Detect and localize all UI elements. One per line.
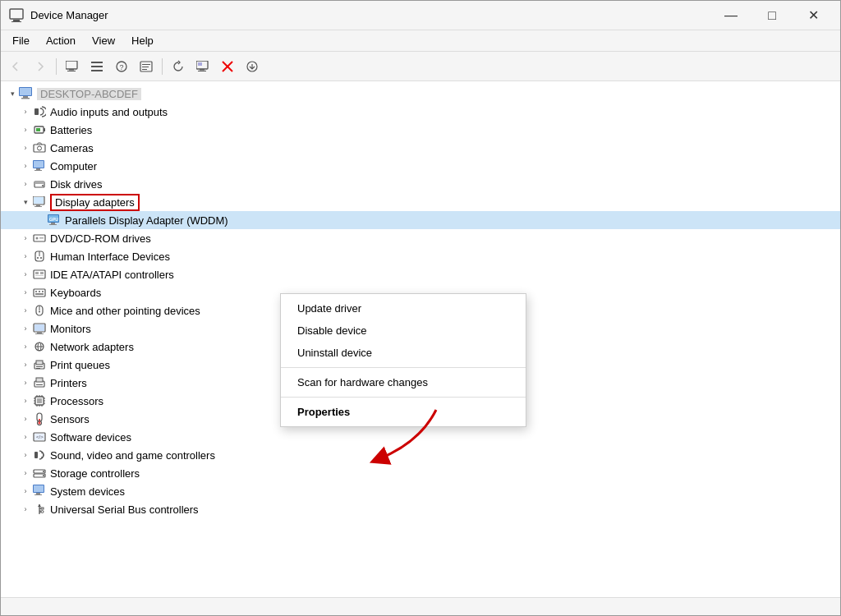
ctx-sep-2	[281, 397, 526, 398]
computer-expand: ›	[19, 159, 32, 172]
main-content: ▾ DESKTOP-ABCDEF › Audio inputs and outp…	[1, 81, 840, 597]
svg-text:?: ?	[120, 63, 124, 71]
sensors-icon	[32, 411, 47, 426]
close-button[interactable]: ✕	[794, 2, 832, 29]
displayadapters-expand: ▾	[19, 195, 32, 209]
system-label: System devices	[50, 485, 125, 498]
menu-file[interactable]: File	[4, 33, 38, 48]
tree-root[interactable]: ▾ DESKTOP-ABCDEF	[1, 85, 840, 103]
storage-label: Storage controllers	[50, 467, 140, 480]
ctx-uninstall-device[interactable]: Uninstall device	[281, 342, 526, 364]
tree-item-storage[interactable]: › Storage controllers	[1, 464, 840, 482]
svg-rect-2	[11, 21, 21, 22]
tree-item-audio[interactable]: › Audio inputs and outputs	[1, 103, 840, 121]
svg-rect-60	[35, 291, 37, 292]
printqueues-icon	[32, 357, 47, 372]
svg-rect-112	[41, 508, 44, 509]
svg-point-53	[37, 257, 39, 259]
status-bar	[1, 597, 840, 615]
back-button[interactable]	[4, 56, 27, 77]
keyboards-expand: ›	[19, 286, 32, 299]
svg-rect-5	[67, 71, 76, 71]
svg-rect-58	[35, 275, 44, 276]
system-icon	[32, 484, 47, 499]
tree-item-dvd[interactable]: › DVD/CD-ROM drives	[1, 229, 840, 247]
tree-item-batteries[interactable]: › Batteries	[1, 121, 840, 139]
ctx-scan-hardware[interactable]: Scan for hardware changes	[281, 371, 526, 393]
svg-rect-110	[34, 494, 42, 495]
tree-item-ide[interactable]: › IDE ATA/ATAPI controllers	[1, 265, 840, 283]
mice-icon	[32, 303, 47, 318]
usb-label: Universal Serial Bus controllers	[50, 503, 199, 516]
computer-button[interactable]	[61, 56, 84, 77]
displayadapters-icon	[32, 195, 47, 209]
svg-rect-0	[10, 9, 23, 19]
svg-point-106	[43, 475, 44, 476]
list-button[interactable]	[85, 56, 108, 77]
context-menu: Update driver Disable device Uninstall d…	[280, 293, 526, 427]
ctx-disable-device[interactable]: Disable device	[281, 319, 526, 342]
tree-item-diskdrives[interactable]: › Disk drives	[1, 175, 840, 193]
mice-expand: ›	[19, 304, 32, 317]
minimize-button[interactable]: —	[712, 2, 750, 29]
printers-label: Printers	[50, 377, 87, 389]
forward-button[interactable]	[29, 56, 52, 77]
printqueues-label: Print queues	[50, 359, 110, 371]
tree-item-parallels[interactable]: GPU Parallels Display Adapter (WDDM)	[1, 211, 840, 229]
diskdrives-icon	[32, 177, 47, 191]
parallels-label: Parallels Display Adapter (WDDM)	[65, 214, 228, 227]
svg-rect-102	[34, 452, 38, 458]
tree-item-hid[interactable]: › Human Interface Devices	[1, 247, 840, 265]
tree-item-computer[interactable]: › Computer	[1, 157, 840, 175]
menu-action[interactable]: Action	[38, 33, 84, 48]
menu-help[interactable]: Help	[123, 33, 162, 48]
svg-rect-61	[39, 291, 40, 292]
ctx-properties[interactable]: Properties	[281, 401, 526, 423]
svg-rect-75	[36, 361, 43, 365]
dvd-expand: ›	[19, 232, 32, 245]
svg-rect-109	[36, 493, 40, 494]
svg-rect-29	[36, 128, 40, 131]
window-title: Device Manager	[30, 9, 712, 21]
toolbar-sep-1	[56, 58, 57, 75]
tree-item-software[interactable]: › </> Software devices	[1, 428, 840, 446]
processors-expand: ›	[19, 394, 32, 407]
refresh-button[interactable]	[167, 56, 190, 77]
hid-label: Human Interface Devices	[50, 251, 170, 263]
display-button[interactable]	[191, 56, 214, 77]
usb-icon	[32, 502, 47, 517]
tree-item-usb[interactable]: › Universal Serial Bus controllers	[1, 500, 840, 518]
svg-rect-63	[35, 293, 44, 295]
tree-item-sound[interactable]: › Sound, video and game controllers	[1, 446, 840, 464]
software-label: Software devices	[50, 431, 131, 444]
batteries-icon	[32, 122, 47, 137]
svg-point-98	[39, 422, 41, 425]
maximize-button[interactable]: □	[753, 2, 791, 29]
tree-item-displayadapters[interactable]: ▾ Display adapters	[1, 193, 840, 211]
svg-point-113	[41, 511, 44, 513]
properties-button[interactable]	[135, 56, 158, 77]
window-controls: — □ ✕	[712, 2, 832, 29]
computer-label: Computer	[50, 160, 97, 172]
network-label: Network adapters	[50, 341, 134, 353]
remove-button[interactable]	[216, 56, 239, 77]
tree-item-system[interactable]: › System devices	[1, 482, 840, 500]
network-expand: ›	[19, 340, 32, 353]
svg-rect-59	[34, 289, 45, 297]
sound-label: Sound, video and game controllers	[50, 449, 215, 462]
svg-rect-25	[21, 98, 30, 99]
keyboards-label: Keyboards	[50, 287, 101, 299]
download-button[interactable]	[241, 56, 264, 77]
app-icon	[9, 8, 24, 23]
menu-view[interactable]: View	[84, 33, 123, 48]
usb-expand: ›	[19, 503, 32, 516]
ctx-update-driver[interactable]: Update driver	[281, 297, 526, 319]
svg-rect-33	[34, 161, 44, 168]
cameras-label: Cameras	[50, 142, 94, 154]
tree-item-cameras[interactable]: › Cameras	[1, 139, 840, 157]
svg-rect-77	[36, 368, 40, 369]
help-button[interactable]: ?	[110, 56, 133, 77]
monitors-icon	[32, 321, 47, 336]
sound-icon	[32, 448, 47, 462]
svg-rect-13	[142, 67, 149, 67]
